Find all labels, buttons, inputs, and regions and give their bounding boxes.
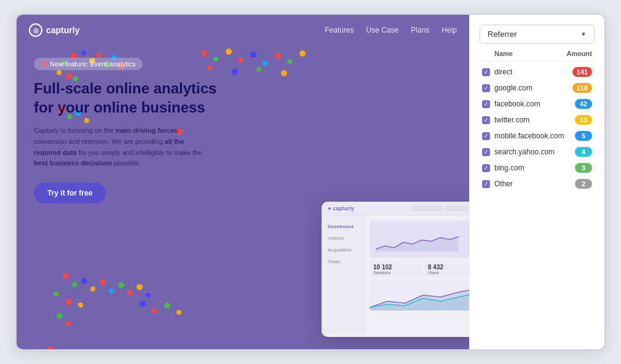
decorative-dot	[127, 290, 132, 295]
decorative-dot	[90, 287, 95, 291]
referrer-dropdown[interactable]: Referrer ▼	[480, 25, 595, 44]
amount-badge: 42	[575, 99, 592, 109]
dash-menu-goals: Goals	[322, 256, 364, 267]
decorative-dot	[57, 313, 63, 319]
checkbox-icon: ✓	[482, 84, 490, 92]
decorative-dot	[81, 278, 87, 284]
checkmark-icon: ✓	[484, 165, 489, 171]
table-row[interactable]: ✓ mobile.facebook.com 5	[480, 128, 595, 144]
row-name: Other	[494, 180, 575, 188]
table-row[interactable]: ✓ search.yahoo.com 4	[480, 144, 595, 160]
row-checkbox[interactable]: ✓	[482, 148, 494, 156]
row-name: direct	[494, 68, 572, 76]
badge-text: New feature: Event analytics	[50, 60, 135, 68]
row-name: mobile.facebook.com	[494, 132, 575, 140]
row-checkbox[interactable]: ✓	[482, 132, 494, 140]
table-row[interactable]: ✓ google.com 118	[480, 80, 595, 96]
dash-body: Dashboard Visitors Acquisition Goals	[322, 216, 469, 334]
decorative-dot	[78, 303, 83, 307]
dash-main: 10 102 Sessions 8 432 Users	[365, 216, 469, 334]
checkbox-icon: ✓	[482, 148, 490, 156]
table-row[interactable]: ✓ twitter.com 13	[480, 112, 595, 128]
dash-chart	[370, 221, 469, 258]
amount-badge: 13	[575, 115, 592, 125]
site-logo: ◎ capturly	[29, 23, 79, 37]
amount-badge: 118	[572, 83, 592, 93]
dash-area-chart	[370, 280, 469, 311]
row-checkbox[interactable]: ✓	[482, 116, 494, 124]
table-row[interactable]: ✓ direct 141	[480, 64, 595, 80]
dropdown-arrow-icon: ▼	[580, 31, 587, 38]
dash-stat-users-value: 8 432	[428, 264, 469, 271]
dropdown-label: Referrer	[488, 30, 517, 39]
checkmark-icon: ✓	[484, 149, 489, 155]
cta-button[interactable]: Try it for free	[34, 183, 106, 204]
table-row[interactable]: ✓ bing.com 3	[480, 160, 595, 176]
row-name: twitter.com	[494, 116, 575, 124]
row-checkbox[interactable]: ✓	[482, 84, 494, 92]
decorative-dot	[63, 273, 69, 279]
amount-badge: 4	[575, 147, 592, 157]
checkmark-icon: ✓	[484, 85, 489, 91]
nav-usecase[interactable]: Use Case	[366, 26, 399, 34]
table-row[interactable]: ✓ Other 2	[480, 176, 595, 192]
decorative-dot	[66, 321, 71, 326]
nav-plans[interactable]: Plans	[411, 26, 429, 34]
logo-icon: ◎	[29, 23, 42, 37]
website-panel: ◎ capturly Features Use Case Plans Help …	[17, 15, 469, 349]
decorative-dot	[146, 293, 151, 298]
dash-stat-sessions-value: 10 102	[373, 264, 418, 271]
row-name: google.com	[494, 84, 572, 92]
nav-features[interactable]: Features	[325, 26, 354, 34]
checkbox-icon: ✓	[482, 68, 490, 76]
row-name: facebook.com	[494, 100, 575, 108]
nav-help[interactable]: Help	[441, 26, 457, 34]
row-checkbox[interactable]: ✓	[482, 164, 494, 172]
row-checkbox[interactable]: ✓	[482, 68, 494, 76]
dash-sidebar: Dashboard Visitors Acquisition Goals	[322, 216, 365, 334]
feature-badge: New feature: Event analytics	[34, 58, 143, 70]
decorative-dot	[53, 291, 58, 296]
dash-stat-sessions-label: Sessions	[373, 271, 418, 275]
dash-menu-acquisition: Acquisition	[322, 244, 364, 256]
checkbox-icon: ✓	[482, 116, 490, 124]
header-name-col: Name	[494, 50, 566, 57]
decorative-dot	[136, 284, 143, 290]
dash-stat-sessions: 10 102 Sessions	[370, 261, 422, 277]
decorative-dot	[176, 310, 181, 315]
row-checkbox[interactable]: ✓	[482, 100, 494, 108]
dash-stat-users: 8 432 Users	[424, 261, 469, 277]
row-name: bing.com	[494, 164, 575, 172]
decorative-dot	[164, 303, 170, 309]
checkmark-icon: ✓	[484, 133, 489, 139]
hero-title: Full-scale online analytics for your onl…	[34, 79, 218, 117]
table-header: Name Amount	[480, 50, 595, 61]
hero-description: Capturly is focusing on the main driving…	[34, 125, 206, 168]
checkmark-icon: ✓	[484, 117, 489, 123]
site-nav: ◎ capturly Features Use Case Plans Help	[17, 15, 469, 46]
logo-text: capturly	[46, 25, 79, 35]
svg-marker-0	[376, 237, 459, 251]
dashboard-mockup: ● capturly Dashboard Visitors Acquisitio…	[322, 202, 469, 337]
dash-menu-visitors: Visitors	[322, 232, 364, 244]
dash-logo: ● capturly	[328, 205, 354, 212]
decorative-dot	[140, 301, 146, 307]
table-row[interactable]: ✓ facebook.com 42	[480, 96, 595, 112]
dash-stats: 10 102 Sessions 8 432 Users	[370, 261, 469, 277]
checkmark-icon: ✓	[484, 181, 489, 187]
referrer-table: Name Amount ✓ direct 141 ✓ google.com 11…	[480, 50, 595, 339]
decorative-dot	[47, 347, 53, 349]
header-amount-col: Amount	[566, 50, 592, 57]
decorative-dot	[100, 279, 106, 285]
dash-chart-svg	[376, 233, 459, 251]
table-body: ✓ direct 141 ✓ google.com 118 ✓ facebook…	[480, 64, 595, 192]
main-frame: ◎ capturly Features Use Case Plans Help …	[15, 14, 606, 350]
decorative-dot	[72, 282, 77, 287]
row-checkbox[interactable]: ✓	[482, 180, 494, 188]
amount-badge: 141	[572, 67, 592, 77]
decorative-dot	[118, 282, 124, 288]
checkbox-icon: ✓	[482, 180, 490, 188]
nav-links: Features Use Case Plans Help	[325, 26, 457, 34]
checkmark-icon: ✓	[484, 69, 489, 75]
dash-stat-users-label: Users	[428, 271, 469, 275]
